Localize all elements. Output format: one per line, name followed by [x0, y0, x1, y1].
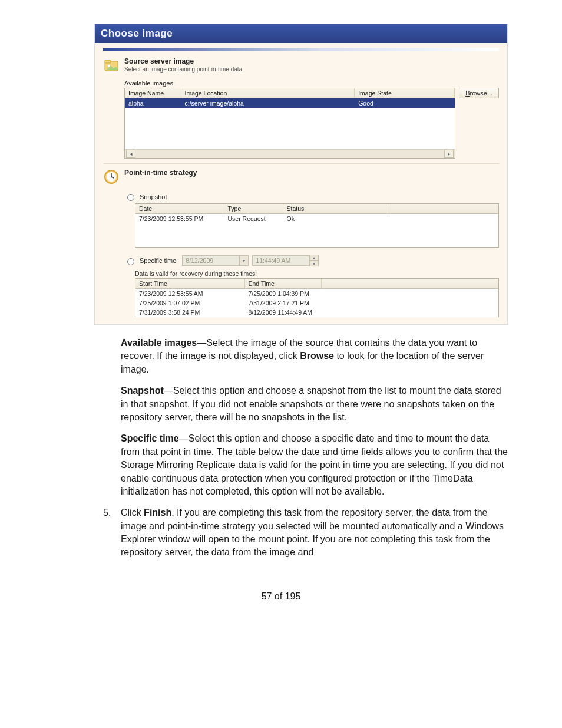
dialog-title: Choose image	[95, 24, 507, 43]
time-input[interactable]	[252, 255, 309, 266]
col-type[interactable]: Type	[224, 204, 283, 214]
specific-time-label: Specific time	[140, 257, 176, 264]
folder-image-icon	[103, 57, 120, 74]
snapshot-table[interactable]: Date Type Status 7/23/2009 12:53:55 PM	[135, 203, 499, 248]
available-images-table[interactable]: Image Name Image Location Image State al…	[124, 88, 455, 159]
spinner-down-icon[interactable]: ▾	[309, 261, 319, 266]
col-image-location[interactable]: Image Location	[181, 88, 355, 98]
col-image-state[interactable]: Image State	[355, 88, 455, 98]
chevron-down-icon[interactable]: ▾	[239, 255, 249, 266]
scroll-right-icon[interactable]: ▸	[444, 150, 454, 158]
valid-times-table[interactable]: Start Time End Time 7/23/2009 12:53:55 A…	[135, 278, 499, 317]
col-blank[interactable]	[389, 204, 498, 214]
scroll-left-icon[interactable]: ◂	[126, 150, 135, 158]
col-image-name[interactable]: Image Name	[125, 88, 181, 98]
paragraph-available-images: Available images—Select the image of the…	[121, 337, 510, 376]
horizontal-scrollbar[interactable]: ◂ ▸	[125, 149, 455, 158]
table-row[interactable]: 7/25/2009 1:07:02 PM 7/31/2009 2:17:21 P…	[135, 298, 498, 308]
browse-button[interactable]: Browse...	[459, 88, 499, 98]
col-blank2[interactable]	[321, 279, 498, 289]
table-row[interactable]: 7/23/2009 12:53:55 PM User Request Ok	[135, 214, 498, 224]
section-divider	[103, 163, 499, 164]
svg-rect-1	[105, 60, 111, 63]
date-input[interactable]	[182, 255, 239, 266]
specific-time-radio[interactable]	[127, 258, 134, 265]
source-section-subtitle: Select an image containing point-in-time…	[124, 66, 499, 73]
valid-times-label: Data is valid for recovery during these …	[135, 270, 499, 277]
paragraph-specific-time: Specific time—Select this option and cho…	[121, 432, 510, 498]
col-status[interactable]: Status	[283, 204, 389, 214]
table-row[interactable]: 7/31/2009 3:58:24 PM 8/12/2009 11:44:49 …	[135, 308, 498, 317]
spinner-up-icon[interactable]: ▴	[309, 255, 319, 261]
table-row[interactable]: 7/23/2009 12:53:55 AM 7/25/2009 1:04:39 …	[135, 289, 498, 299]
source-section-title: Source server image	[124, 57, 499, 65]
available-images-label: Available images:	[124, 80, 499, 87]
col-date[interactable]: Date	[135, 204, 224, 214]
col-end-time[interactable]: End Time	[244, 279, 321, 289]
page-number: 57 of 195	[35, 591, 527, 602]
snapshot-label: Snapshot	[140, 193, 167, 200]
col-start-time[interactable]: Start Time	[135, 279, 244, 289]
snapshot-radio[interactable]	[127, 194, 134, 201]
paragraph-snapshot: Snapshot—Select this option and choose a…	[121, 384, 510, 424]
list-item-5: 5. Click Finish. If you are completing t…	[103, 506, 510, 568]
decorative-strip	[103, 48, 499, 51]
table-row[interactable]: alpha c:/server image/alpha Good	[125, 98, 455, 108]
clock-icon	[103, 169, 120, 185]
pit-section-title: Point-in-time strategy	[124, 169, 499, 177]
document-body: Available images—Select the image of the…	[121, 337, 510, 568]
choose-image-dialog: Choose image Source server image Select …	[94, 24, 508, 325]
